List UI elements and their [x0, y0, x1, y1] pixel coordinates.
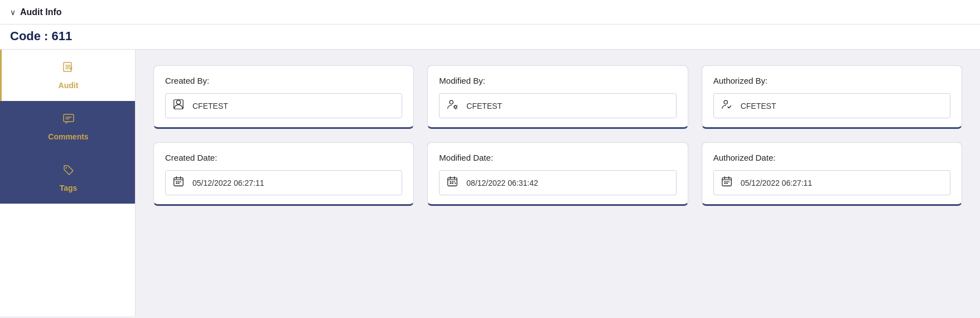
sidebar-item-audit-label: Audit [59, 81, 79, 90]
svg-rect-9 [176, 181, 177, 182]
card-authorized-by-value-row: CFETEST [713, 93, 950, 118]
card-authorized-by: Authorized By: CFETEST [702, 65, 962, 129]
svg-point-7 [724, 100, 727, 104]
chevron-icon: ∨ [10, 8, 16, 17]
sidebar-item-audit[interactable]: Audit [0, 50, 135, 101]
card-authorized-date: Authorized Date: [702, 142, 962, 206]
card-modified-by-label: Modified By: [439, 76, 676, 85]
card-authorized-by-value: CFETEST [741, 102, 776, 110]
main-layout: Audit Comments Tags [0, 50, 980, 316]
svg-rect-11 [180, 181, 181, 182]
code-label: Code : 611 [10, 29, 72, 43]
svg-rect-13 [178, 183, 180, 184]
card-modified-date-label: Modified Date: [439, 153, 676, 162]
sidebar-item-comments-label: Comments [48, 132, 88, 141]
card-modified-date: Modified Date: [427, 142, 688, 206]
svg-rect-1 [64, 114, 74, 122]
svg-rect-19 [452, 183, 453, 184]
svg-rect-15 [450, 181, 452, 182]
card-authorized-by-label: Authorized By: [713, 76, 950, 85]
card-created-by-value: CFETEST [192, 102, 228, 110]
card-modified-by-value-row: CFETEST [439, 93, 676, 118]
comments-icon [62, 112, 75, 129]
card-created-by-label: Created By: [165, 76, 402, 85]
person-check-icon [721, 98, 733, 113]
tags-icon [62, 163, 75, 180]
person-icon [172, 98, 185, 113]
sidebar: Audit Comments Tags [0, 50, 136, 316]
card-authorized-date-value-row: 05/12/2022 06:27:11 [713, 170, 950, 195]
card-created-date-value-row: 05/12/2022 06:27:11 [165, 170, 402, 195]
card-created-date-value: 05/12/2022 06:27:11 [192, 179, 264, 187]
header-title: Audit Info [20, 7, 62, 17]
card-authorized-date-label: Authorized Date: [713, 153, 950, 162]
sidebar-item-tags[interactable]: Tags [0, 152, 135, 204]
header: ∨ Audit Info [0, 0, 980, 25]
card-modified-date-value-row: 08/12/2022 06:31:42 [439, 170, 676, 195]
sidebar-item-comments[interactable]: Comments [0, 101, 135, 152]
card-modified-by-value: CFETEST [466, 102, 502, 110]
card-created-date: Created Date: [153, 142, 414, 206]
svg-rect-22 [726, 181, 728, 182]
svg-rect-24 [724, 183, 726, 184]
calendar-icon-2 [446, 175, 458, 190]
audit-icon [62, 61, 75, 78]
card-modified-by: Modified By: CFETEST [427, 65, 688, 129]
card-created-by: Created By: CFETEST [153, 65, 414, 129]
calendar-icon-3 [721, 175, 733, 190]
sidebar-item-tags-label: Tags [60, 184, 78, 192]
cards-grid: Created By: CFETEST Modified By: [153, 65, 962, 206]
svg-rect-21 [724, 181, 726, 182]
card-created-by-value-row: CFETEST [165, 93, 402, 118]
svg-point-5 [450, 100, 453, 104]
card-created-date-label: Created Date: [165, 153, 402, 162]
svg-rect-17 [454, 181, 455, 182]
code-row: Code : 611 [0, 25, 980, 50]
svg-rect-12 [176, 183, 177, 184]
content-area: Created By: CFETEST Modified By: [136, 50, 980, 316]
svg-rect-16 [452, 181, 453, 182]
svg-rect-18 [450, 183, 452, 184]
svg-rect-10 [178, 181, 180, 182]
card-modified-date-value: 08/12/2022 06:31:42 [466, 179, 538, 187]
svg-rect-23 [728, 181, 729, 182]
calendar-icon-1 [172, 175, 185, 190]
person-settings-icon [446, 98, 458, 113]
card-authorized-date-value: 05/12/2022 06:27:11 [741, 179, 812, 187]
svg-rect-25 [726, 183, 728, 184]
svg-point-2 [65, 167, 66, 168]
svg-point-3 [176, 100, 180, 104]
